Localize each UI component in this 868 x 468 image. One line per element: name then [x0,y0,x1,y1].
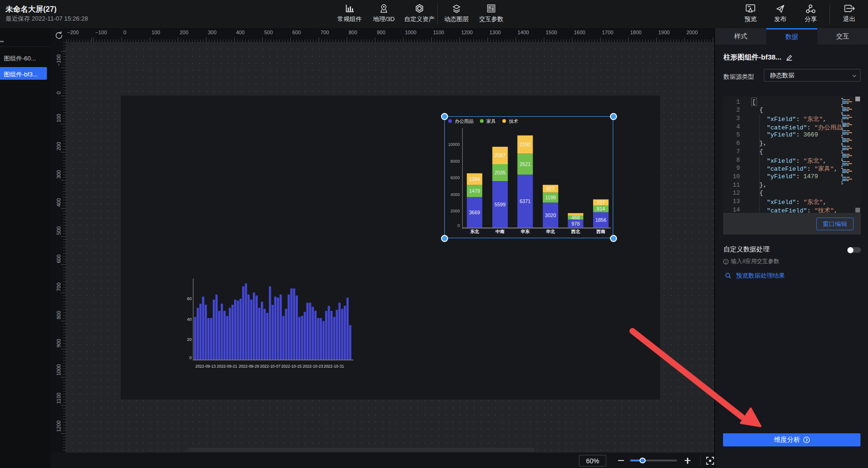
svg-text:40: 40 [187,317,191,322]
svg-text:2022-10-15: 2022-10-15 [281,364,302,369]
svg-text:0: 0 [189,355,191,360]
svg-text:20: 20 [187,337,191,342]
svg-text:2022-10-23: 2022-10-23 [303,364,323,369]
svg-text:2022-09-21: 2022-09-21 [217,364,237,369]
svg-text:2022-10-07: 2022-10-07 [260,364,281,369]
svg-text:2022-09-29: 2022-09-29 [239,364,259,369]
svg-text:2022-09-13: 2022-09-13 [195,364,216,369]
svg-text:2022-10-31: 2022-10-31 [324,364,344,369]
svg-text:60: 60 [187,296,191,301]
